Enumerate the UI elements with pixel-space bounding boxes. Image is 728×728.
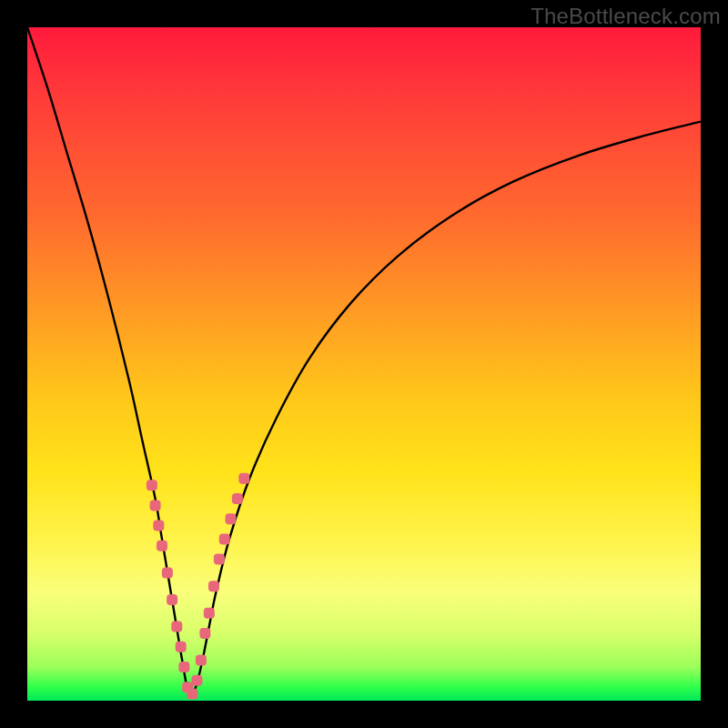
curve-marker xyxy=(147,480,157,490)
chart-svg xyxy=(27,27,701,701)
curve-marker xyxy=(171,622,182,632)
curve-marker xyxy=(192,675,203,686)
curve-marker xyxy=(157,541,167,551)
curve-marker xyxy=(176,642,187,652)
curve-marker xyxy=(226,513,237,524)
curve-marker xyxy=(196,655,207,666)
curve-marker xyxy=(238,473,249,484)
curve-marker xyxy=(187,689,197,700)
curve-marker xyxy=(178,662,189,672)
curve-marker xyxy=(162,567,173,578)
curve-marker xyxy=(208,581,219,592)
curve-marker xyxy=(199,628,210,639)
chart-frame: TheBottleneck.com xyxy=(0,0,728,728)
curve-marker xyxy=(150,500,161,511)
curve-marker xyxy=(214,554,225,565)
curve-marker xyxy=(232,493,243,504)
curve-marker xyxy=(153,521,164,531)
curve-marker xyxy=(204,608,215,619)
watermark-text: TheBottleneck.com xyxy=(531,4,721,29)
curve-marker xyxy=(219,533,230,544)
bottleneck-curve xyxy=(27,27,701,696)
curve-markers xyxy=(147,473,249,700)
curve-marker xyxy=(167,594,177,605)
plot-area xyxy=(27,27,701,701)
